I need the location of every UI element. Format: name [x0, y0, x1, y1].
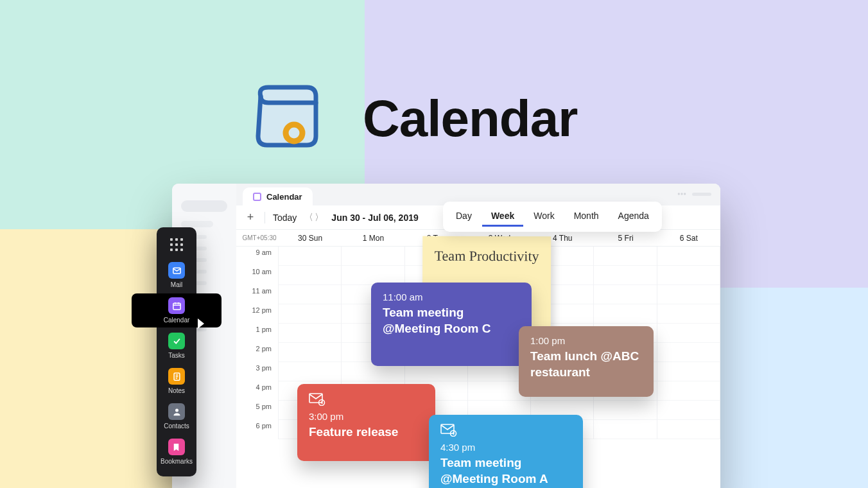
mail-scheduled-icon — [440, 424, 457, 437]
view-week[interactable]: Week — [482, 207, 523, 227]
rail-tasks[interactable]: Tasks — [168, 333, 185, 359]
rail-pointer-icon — [198, 318, 204, 329]
contacts-icon — [168, 403, 185, 420]
event-time: 1:00 pm — [530, 335, 642, 346]
day-col-head: 6 Sat — [657, 230, 720, 246]
hour-label: 1 pm — [236, 324, 278, 343]
event-title: Team lunch @ABC restaurant — [530, 349, 642, 380]
event-card[interactable]: 3:00 pm Feature release — [297, 384, 435, 461]
hour-column: 9 am 10 am 11 am 12 pm 1 pm 2 pm 3 pm 4 … — [236, 247, 279, 439]
overflow-icon[interactable] — [677, 189, 687, 199]
event-card[interactable]: 11:00 am Team meeting @Meeting Room C — [371, 283, 532, 366]
event-title: Team meeting @Meeting Room A — [440, 455, 571, 487]
tasks-icon — [168, 333, 185, 349]
hero-title: Calendar — [363, 89, 577, 148]
event-time: 11:00 am — [383, 292, 520, 302]
apps-grid-icon — [170, 238, 184, 252]
event-title: Team meeting @Meeting Room C — [383, 305, 520, 336]
hero: Calendar — [244, 77, 577, 161]
hour-label: 3 pm — [236, 362, 278, 381]
toolbar: + Today 〈 〉 Jun 30 - Jul 06, 2019 Day We… — [236, 205, 720, 230]
mail-icon — [168, 262, 185, 279]
rail-contacts[interactable]: Contacts — [164, 403, 189, 430]
hour-label: 10 am — [236, 266, 278, 285]
hour-label: 12 pm — [236, 304, 278, 324]
week-grid[interactable]: 9 am 10 am 11 am 12 pm 1 pm 2 pm 3 pm 4 … — [236, 247, 720, 439]
hour-label: 4 pm — [236, 381, 278, 401]
apps-button[interactable] — [168, 236, 185, 253]
bookmarks-icon — [168, 439, 185, 455]
rail-notes[interactable]: Notes — [168, 368, 185, 394]
svg-point-6 — [681, 193, 682, 195]
event-time: 3:00 pm — [309, 411, 424, 422]
view-work[interactable]: Work — [525, 207, 563, 227]
tab-calendar-icon — [253, 193, 261, 201]
svg-rect-8 — [309, 394, 322, 403]
tab-calendar[interactable]: Calendar — [243, 187, 313, 205]
notes-icon — [168, 368, 185, 385]
next-button[interactable]: 〉 — [315, 212, 324, 223]
svg-point-4 — [175, 408, 178, 412]
event-title: Feature release — [309, 424, 424, 440]
day-col-head: 30 Sun — [279, 230, 342, 246]
view-month[interactable]: Month — [565, 207, 608, 227]
rail-label: Tasks — [168, 352, 185, 359]
today-button[interactable]: Today — [273, 213, 297, 223]
hour-label: 6 pm — [236, 420, 278, 439]
mail-scheduled-icon — [309, 393, 326, 406]
hour-label: 2 pm — [236, 343, 278, 362]
view-switcher: Day Week Work Month Agenda — [443, 202, 662, 232]
hour-label: 9 am — [236, 247, 278, 266]
svg-point-5 — [678, 193, 679, 195]
rail-label: Contacts — [164, 423, 189, 430]
prev-button[interactable]: 〈 — [304, 212, 313, 223]
event-time: 4:30 pm — [440, 442, 571, 453]
hour-label: 11 am — [236, 285, 278, 304]
rail-calendar[interactable]: Calendar — [164, 297, 190, 324]
rail-label: Mail — [171, 281, 182, 288]
day-col-head: 5 Fri — [594, 230, 657, 246]
event-card[interactable]: 4:30 pm Team meeting @Meeting Room A — [429, 415, 583, 488]
rail-bookmarks[interactable]: Bookmarks — [161, 439, 193, 465]
timezone-label: GMT+05:30 — [236, 230, 279, 246]
event-card[interactable]: 1:00 pm Team lunch @ABC restaurant — [519, 326, 654, 397]
window-controls — [677, 189, 711, 199]
day-col[interactable] — [657, 247, 720, 439]
view-day[interactable]: Day — [447, 207, 481, 227]
svg-point-7 — [684, 193, 686, 195]
rail-label: Notes — [168, 387, 185, 394]
svg-rect-2 — [173, 303, 180, 309]
rail-label: Bookmarks — [161, 458, 193, 465]
app-rail: Mail Calendar Tasks Notes Contacts Bookm… — [157, 227, 196, 476]
new-event-button[interactable]: + — [244, 211, 257, 224]
calendar-icon — [168, 297, 185, 314]
tab-label: Calendar — [266, 192, 302, 202]
calendar-logo-icon — [244, 77, 327, 161]
calendar-window: Calendar + Today 〈 〉 Jun 30 - Jul 06, 20… — [172, 184, 720, 488]
rail-label: Calendar — [164, 317, 190, 324]
rail-mail[interactable]: Mail — [168, 262, 185, 288]
date-range: Jun 30 - Jul 06, 2019 — [331, 213, 418, 223]
view-agenda[interactable]: Agenda — [609, 207, 658, 227]
svg-rect-10 — [441, 424, 454, 433]
day-col-head: 1 Mon — [342, 230, 404, 246]
hour-label: 5 pm — [236, 401, 278, 420]
